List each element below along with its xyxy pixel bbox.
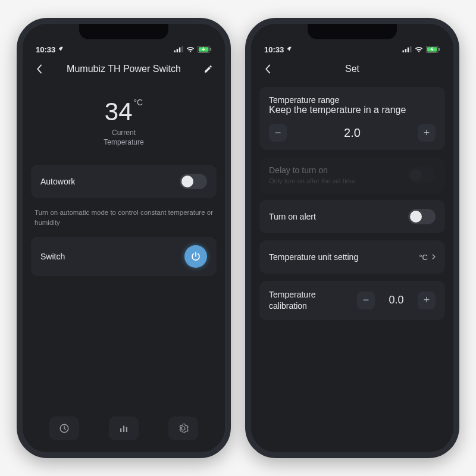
calib-minus-button[interactable]: − (357, 292, 375, 309)
battery-icon (426, 46, 440, 53)
unit-value: °C (419, 253, 428, 262)
svg-rect-12 (405, 49, 407, 52)
temperature-unit: °C (134, 98, 143, 107)
svg-rect-6 (210, 48, 211, 51)
status-bar: 10:33 (23, 43, 225, 56)
switch-row: Switch (31, 237, 217, 276)
svg-rect-17 (439, 48, 440, 51)
autowork-label: Autowork (40, 177, 75, 186)
calib-plus-button[interactable]: + (418, 292, 436, 309)
autowork-row: Autowork (31, 165, 217, 198)
temperature-value: 34 (105, 98, 133, 126)
status-time: 10:33 (36, 45, 55, 54)
phone-right: 10:33 Set (245, 18, 459, 458)
signal-icon (174, 46, 183, 52)
svg-rect-3 (181, 46, 183, 52)
unit-label: Temperature unit setting (269, 252, 358, 262)
notch (308, 24, 397, 39)
svg-rect-10 (126, 427, 127, 432)
delay-toggle (408, 167, 436, 183)
signal-icon (402, 46, 412, 52)
autowork-toggle[interactable] (180, 174, 207, 189)
svg-rect-8 (120, 428, 121, 432)
alert-label: Turn on alert (269, 212, 316, 221)
delay-label: Delay to turn on (269, 165, 408, 175)
status-bar: 10:33 (251, 43, 453, 56)
header: Set (251, 56, 453, 82)
calibration-label: Temperature calibration (269, 289, 334, 312)
range-value: 2.0 (339, 126, 365, 140)
delay-sublabel: Only turn on after the set time (269, 177, 408, 184)
header: Mumubiz TH Power Switch (23, 56, 225, 82)
wifi-icon (186, 45, 195, 54)
status-time: 10:33 (264, 45, 284, 54)
tab-settings[interactable] (168, 416, 198, 440)
svg-rect-13 (408, 48, 409, 52)
chevron-right-icon (431, 253, 436, 262)
location-icon (286, 46, 292, 52)
unit-setting-card[interactable]: Temperature unit setting °C (259, 240, 445, 274)
current-temperature: 34°C Current Temperature (31, 98, 217, 147)
calibration-card: Temperature calibration − 0.0 + (259, 281, 445, 320)
wifi-icon (415, 45, 423, 54)
tab-clock[interactable] (49, 416, 79, 440)
power-button[interactable] (184, 245, 207, 268)
temperature-range-card: Temperature range Keep the temperature i… (259, 87, 445, 150)
range-minus-button[interactable]: − (269, 124, 287, 142)
header-spacer (428, 61, 445, 77)
edit-button[interactable] (200, 61, 217, 77)
autowork-description: Turn on automatic mode to control consta… (31, 205, 217, 237)
location-icon (58, 46, 64, 52)
tab-bar (23, 413, 225, 452)
svg-rect-11 (403, 51, 405, 52)
calibration-value: 0.0 (383, 294, 409, 306)
alert-card: Turn on alert (259, 200, 445, 233)
back-button[interactable] (259, 61, 276, 77)
back-button[interactable] (31, 61, 48, 77)
range-plus-button[interactable]: + (418, 124, 436, 142)
notch (79, 24, 168, 39)
page-title: Set (276, 64, 428, 74)
tab-stats[interactable] (109, 416, 139, 440)
svg-rect-9 (123, 426, 124, 433)
svg-rect-0 (174, 51, 176, 52)
delay-card: Delay to turn on Only turn on after the … (259, 157, 445, 193)
battery-icon (198, 46, 212, 53)
phone-left: 10:33 Mumubiz TH Power (17, 18, 231, 458)
switch-label: Switch (40, 252, 65, 261)
page-title: Mumubiz TH Power Switch (48, 64, 200, 74)
svg-rect-1 (177, 49, 178, 52)
svg-rect-2 (179, 48, 181, 52)
svg-rect-14 (410, 46, 412, 52)
alert-toggle[interactable] (408, 209, 436, 224)
range-sublabel: Keep the temperature in a range (269, 105, 436, 115)
range-label: Temperature range (269, 95, 436, 105)
